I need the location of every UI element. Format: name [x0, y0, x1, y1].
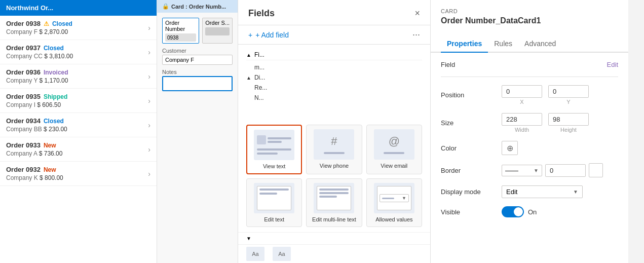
visible-toggle-container: On: [502, 206, 537, 217]
edit-multiline-label: Edit multi-line text: [312, 216, 356, 222]
order-company: Company Y $ 1,170.00: [6, 77, 144, 84]
tabs-row: Properties Rules Advanced: [431, 35, 628, 53]
position-x-label: X: [520, 99, 523, 105]
order-row[interactable]: Order 0933 New Company A $ 736.00 ›: [0, 137, 157, 162]
properties-content: Field Edit Position X Y Size: [431, 53, 628, 234]
order-info: Order 0933 New Company A $ 736.00: [6, 141, 144, 157]
order-company: Company A $ 736.00: [6, 150, 144, 157]
order-amount: $ 3,810.00: [44, 53, 73, 60]
order-info: Order 0935 Shipped Company I $ 606.50: [6, 93, 144, 108]
order-amount: $ 736.00: [39, 150, 63, 157]
border-color-picker[interactable]: [589, 163, 603, 177]
order-status: Closed: [44, 118, 64, 125]
color-picker-button[interactable]: ⊕: [502, 141, 518, 155]
chevron-right-icon: ›: [148, 24, 150, 32]
field-item-2: Re...: [246, 83, 422, 93]
field-item-3: N...: [246, 93, 422, 103]
position-property-row: Position X Y: [441, 85, 618, 105]
tab-advanced[interactable]: Advanced: [518, 35, 562, 53]
field-item-1: m...: [246, 62, 422, 72]
size-height-input[interactable]: [548, 113, 589, 126]
order-amount: $ 1,170.00: [40, 77, 68, 84]
chevron-down-icon-bottom: ▼: [246, 236, 251, 241]
size-inputs: Width Height: [502, 113, 618, 133]
view-text-label: View text: [263, 163, 285, 169]
view-text-card[interactable]: View text: [246, 125, 302, 174]
field-edit-link[interactable]: Edit: [607, 61, 618, 68]
tab-properties[interactable]: Properties: [441, 35, 488, 53]
bottom-icon-2[interactable]: Aa: [273, 247, 291, 261]
order-list-panel: Northwind Or... Order 0938 ⚠ Closed Comp…: [0, 0, 157, 263]
size-height-label: Height: [560, 127, 577, 133]
card-type-label: CARD: [441, 8, 618, 14]
order-company: Company I $ 606.50: [6, 101, 144, 108]
position-y-label: Y: [566, 99, 570, 105]
order-row[interactable]: Order 0937 Closed Company CC $ 3,810.00 …: [0, 40, 157, 64]
close-button[interactable]: ×: [414, 8, 420, 19]
allowed-values-card[interactable]: ▼ Allowed values: [366, 178, 422, 227]
position-inputs: X Y: [502, 85, 618, 105]
size-property-row: Size Width Height: [441, 113, 618, 133]
position-y-input[interactable]: [548, 85, 589, 98]
edit-multiline-card[interactable]: Edit multi-line text: [306, 178, 362, 227]
chevron-down-icon-2: ▲: [246, 75, 251, 81]
collapse-row-2[interactable]: ▲ Di...: [246, 72, 422, 83]
card-name: Order Number_DataCard1: [441, 16, 618, 25]
hash-icon: #: [331, 135, 337, 148]
view-phone-card[interactable]: # View phone: [306, 125, 362, 174]
size-width-label: Width: [515, 127, 529, 133]
bottom-icon-1[interactable]: Aa: [246, 247, 264, 261]
edit-multiline-preview: [314, 183, 354, 213]
visible-toggle[interactable]: [502, 206, 524, 217]
order-row[interactable]: Order 0938 ⚠ Closed Company F $ 2,870.00…: [0, 16, 157, 40]
edit-text-card[interactable]: Edit text: [246, 178, 302, 227]
bottom-icons-row: Aa Aa: [238, 244, 430, 263]
modal-toolbar: + + Add field ···: [238, 25, 430, 45]
chevron-right-icon: ›: [148, 170, 150, 178]
left-panel-header: Northwind Or...: [0, 0, 157, 16]
order-title: Order 0935 Shipped: [6, 93, 144, 100]
border-property-row: Border —— ▼: [441, 163, 618, 177]
order-title: Order 0933 New: [6, 141, 144, 149]
modal-header: Fields ×: [238, 0, 430, 25]
order-amount: $ 606.50: [37, 101, 61, 108]
order-status: Shipped: [44, 93, 67, 100]
properties-panel: CARD Order Number_DataCard1 Properties R…: [431, 0, 628, 263]
border-label: Border: [441, 167, 502, 174]
display-mode-value: Edit: [506, 188, 573, 196]
order-row[interactable]: Order 0934 Closed Company BB $ 230.00 ›: [0, 113, 157, 137]
order-row[interactable]: Order 0936 Invoiced Company Y $ 1,170.00…: [0, 64, 157, 89]
order-title: Order 0932 New: [6, 166, 144, 173]
position-x-input[interactable]: [502, 85, 542, 98]
collapse-row-1[interactable]: ▲ Fi...: [246, 50, 422, 60]
view-email-card[interactable]: @ View email: [366, 125, 422, 174]
view-phone-preview: #: [314, 129, 354, 160]
view-phone-label: View phone: [320, 163, 349, 169]
view-type-grid: View text # View phone @ View email: [238, 120, 430, 232]
display-mode-select[interactable]: Edit ▼: [502, 185, 583, 198]
color-property-row: Color ⊕: [441, 141, 618, 155]
add-field-button[interactable]: + + Add field: [248, 31, 289, 39]
order-company: Company F $ 2,870.00: [6, 28, 144, 35]
card-editor-inner: Order Number0938 Order S... Customer Com…: [157, 13, 238, 96]
order-row[interactable]: Order 0932 New Company K $ 800.00 ›: [0, 162, 157, 186]
visible-property-row: Visible On: [441, 206, 618, 217]
order-list: Order 0938 ⚠ Closed Company F $ 2,870.00…: [0, 16, 157, 186]
warning-icon: ⚠: [44, 20, 49, 27]
size-width-input[interactable]: [502, 113, 542, 126]
border-width-input[interactable]: [545, 164, 586, 177]
order-title: Order 0938 ⚠ Closed: [6, 20, 144, 27]
section-label-1: Fi...: [254, 51, 264, 58]
position-label: Position: [441, 91, 502, 99]
order-company: Company BB $ 230.00: [6, 126, 144, 133]
order-row[interactable]: Order 0935 Shipped Company I $ 606.50 ›: [0, 89, 157, 113]
bottom-collapse-row[interactable]: ▼: [238, 232, 430, 244]
view-email-preview: @: [374, 129, 414, 160]
more-options-button[interactable]: ···: [412, 29, 420, 40]
order-status: New: [44, 142, 56, 149]
size-height-group: Height: [548, 113, 589, 133]
border-style-select[interactable]: —— ▼: [502, 165, 542, 176]
tab-rules[interactable]: Rules: [488, 35, 518, 53]
lock-icon: 🔒: [162, 3, 169, 10]
border-inputs: —— ▼: [502, 163, 603, 177]
